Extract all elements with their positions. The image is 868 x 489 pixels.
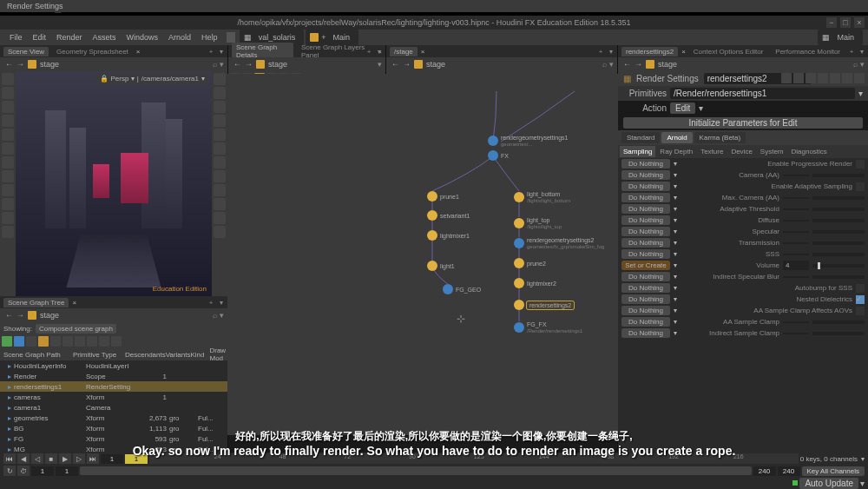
tool-8[interactable] [2,170,14,182]
d-icon-4[interactable] [266,73,277,83]
tool-12[interactable] [2,226,14,238]
ng-tools[interactable]: Tools [481,72,506,84]
rtool-12[interactable] [214,226,226,238]
nodegraph-upper[interactable]: Solaris [386,85,617,279]
d-icon-6[interactable] [291,73,301,83]
tree-icon-8[interactable] [87,336,97,347]
menu-windows[interactable]: Windows [122,31,163,43]
step-back-button[interactable]: ◀ [17,453,30,464]
rtool-11[interactable] [214,212,226,224]
tree-body[interactable]: ▸HoudiniLayerInfoHoudiniLayerI▸RenderSco… [0,360,227,453]
tree-icon-2[interactable] [14,336,24,347]
d-icon-2[interactable] [242,73,253,83]
subtab-system[interactable]: System [757,146,787,157]
subtab-texture[interactable]: Texture [697,146,727,157]
ng-icon-1[interactable] [781,73,792,83]
goto-end-button[interactable]: ⏭ [87,453,99,464]
tree-icon-9[interactable] [99,336,109,347]
tab-geo-spreadsheet[interactable]: Geometry Spreadsheet [52,47,133,56]
node[interactable]: rendersettings2 [514,300,574,310]
maximize-button[interactable]: □ [840,17,851,28]
composed-graph-button[interactable]: Composed scene graph [36,324,116,334]
3d-viewport[interactable]: 🔒 Persp ▾ | /cameras/camera1 ▾ Education… [16,71,212,296]
scale-tool[interactable] [2,115,14,127]
rtool-1[interactable] [214,73,226,85]
tab-scene-view[interactable]: Scene View [3,47,49,56]
detail-row[interactable]: camera [228,107,385,116]
tab-karma[interactable]: Karma (Beta) [694,132,746,143]
ng-help[interactable]: Help [540,72,563,84]
tree-icon-5[interactable] [50,336,61,347]
ng-edit[interactable]: Edit [414,72,435,84]
ng-icon-2[interactable] [793,73,804,83]
auto-update-button[interactable]: Auto Update [799,478,858,489]
menu-file[interactable]: File [5,31,27,43]
viewport-camera-bar[interactable]: 🔒 Persp ▾ | /cameras/camera1 ▾ [96,73,208,84]
ng-view[interactable]: View [456,72,479,84]
loop-button[interactable]: ↻ [3,466,16,476]
subtab-sampling[interactable]: Sampling [620,146,655,157]
ng-icon-5[interactable] [830,73,840,83]
detail-row[interactable]: instant…False [228,174,385,183]
ng-layout[interactable]: Layout [508,72,538,84]
rend-input[interactable]: 240 [753,466,776,476]
play-button[interactable]: ▶ [59,453,71,464]
subtab-ray[interactable]: Ray Depth [656,146,696,157]
tree-row[interactable]: ▸HoudiniLayerInfoHoudiniLayerI [0,360,227,371]
rtool-8[interactable] [214,170,226,182]
minimize-button[interactable]: − [826,17,837,28]
play-back-button[interactable]: ◁ [31,453,43,464]
tree-icon-7[interactable] [75,336,85,347]
node[interactable]: FG_FX/Render/rendersettings1 [514,321,582,334]
cur-frame-input[interactable]: 1 [101,454,123,464]
range-slider[interactable] [80,466,752,475]
tree-row[interactable]: ▸geometriesXform2,673groFul... [0,413,227,423]
subtab-diag[interactable]: Diagnostics [788,146,831,157]
tool-11[interactable] [2,212,14,224]
node[interactable]: lightmixer2 [514,278,556,288]
key-all-button[interactable]: Key All Channels [802,466,865,476]
menu-arnold[interactable]: Arnold [164,31,195,43]
tool-5[interactable] [2,129,14,141]
tree-icon-6[interactable] [62,336,73,347]
tab-rendersettings2[interactable]: rendersettings2 [621,47,678,56]
primitives-path-input[interactable]: /Render/rendersettings1 [670,88,855,99]
tree-icon-3[interactable] [26,336,36,347]
realtime-button[interactable]: ⏱ [17,466,30,476]
d-icon-1[interactable] [230,73,240,83]
node[interactable]: FG_GEO [443,284,481,294]
details-body[interactable]: ▾ /Render/re…cameraproductsarnold:…2arno… [228,97,385,266]
select-tool[interactable] [2,73,14,85]
detail-row[interactable]: dataWi…(0, 0, 1, 1) [228,155,385,164]
tab-perf-mon[interactable]: Performance Monitor [771,47,845,56]
tree-row[interactable]: ▸camerasXform1 [0,392,227,402]
detail-row[interactable]: includ…token[1]: [default] [228,164,385,174]
tool-10[interactable] [2,198,14,210]
desktop-selector-right[interactable]: ▦ Main [818,30,863,45]
rtool-9[interactable] [214,184,226,196]
d-icon-5[interactable] [279,73,289,83]
detail-row[interactable]: pixelAs…1 [228,193,385,202]
tree-icon-10[interactable] [111,336,122,347]
detail-row[interactable]: materi…token[2]: [full, a… [228,183,385,193]
rotate-tool[interactable] [2,101,14,113]
goto-start-button[interactable]: ⏮ [3,453,16,464]
detail-row[interactable]: resoluti…[1920, 1080] [228,202,385,212]
rtool-10[interactable] [214,198,226,210]
tree-row[interactable]: ▸RenderScope1 [0,371,227,381]
rtool-7[interactable] [214,156,226,169]
stage-label[interactable]: stage [40,60,59,69]
tree-row[interactable]: ▸FGXform593groFul... [0,433,227,444]
tree-row[interactable]: ▸rendersettings1RenderSetting [0,381,227,392]
ng-add[interactable]: Add [391,72,412,84]
ng-icon-4[interactable] [818,73,828,83]
menu-render[interactable]: Render [52,31,87,43]
start-frame-input[interactable]: 1 [31,466,54,476]
ng-icon-7[interactable] [854,73,865,83]
tree-icon-1[interactable] [2,336,12,347]
tab-context-opts[interactable]: Context Options Editor [689,47,767,56]
end-frame-input[interactable]: 240 [778,466,800,476]
tool-9[interactable] [2,184,14,196]
detail-row[interactable]: arnold:…2 [228,126,385,135]
detail-row[interactable]: aspect…expandAperture [228,145,385,155]
